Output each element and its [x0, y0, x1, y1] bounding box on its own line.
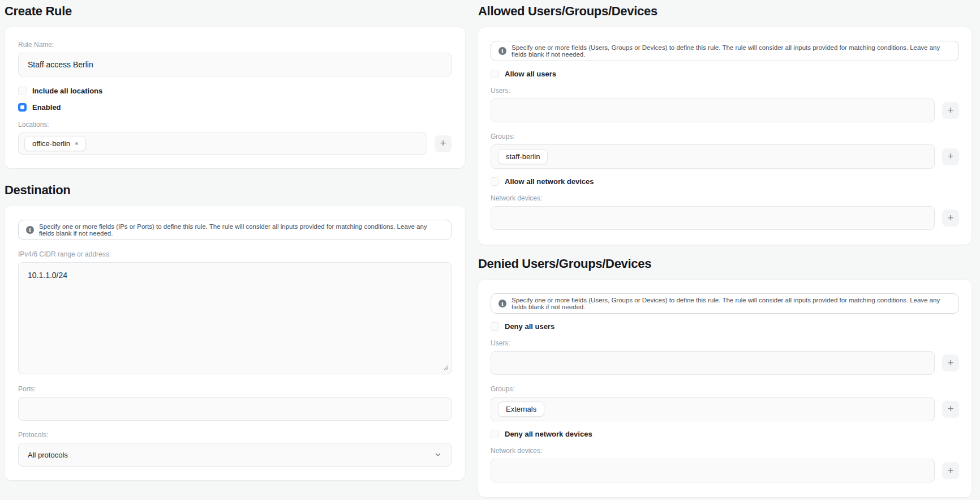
- add-allowed-user-button[interactable]: +: [942, 102, 959, 119]
- denied-title: Denied Users/Groups/Devices: [478, 257, 972, 271]
- rule-name-label: Rule Name:: [18, 41, 452, 49]
- locations-row: office-berlin +: [18, 133, 452, 155]
- allowed-title: Allowed Users/Groups/Devices: [478, 4, 972, 19]
- allowed-info-banner: i Specify one or more fields (Users, Gro…: [491, 41, 959, 61]
- denied-devices-label: Network devices:: [491, 447, 959, 455]
- allowed-groups-label: Groups:: [491, 133, 959, 140]
- add-allowed-device-button[interactable]: +: [942, 210, 959, 227]
- denied-groups-label: Groups:: [491, 385, 959, 393]
- locations-label: Locations:: [18, 121, 452, 129]
- denied-groups-input[interactable]: Externals: [491, 397, 935, 421]
- info-icon: i: [498, 47, 506, 55]
- group-tag[interactable]: Externals: [498, 401, 544, 417]
- allowed-groups-row: staff-berlin +: [491, 144, 959, 169]
- allow-all-devices-row: Allow all network devices: [491, 177, 959, 186]
- allowed-users-input[interactable]: [491, 99, 935, 122]
- plus-icon: +: [947, 403, 953, 414]
- create-rule-card: Rule Name: Include all locations Enabled…: [5, 27, 465, 168]
- denied-users-label: Users:: [491, 339, 959, 347]
- group-tag-label: Externals: [506, 405, 536, 413]
- protocols-select-value: All protocols: [28, 451, 68, 459]
- denied-info-banner: i Specify one or more fields (Users, Gro…: [491, 293, 959, 314]
- plus-icon: +: [947, 465, 953, 476]
- plus-icon: +: [947, 105, 953, 116]
- deny-all-devices-label: Deny all network devices: [505, 430, 592, 438]
- destination-info-text: Specify one or more fields (IPs or Ports…: [39, 223, 444, 237]
- denied-devices-input[interactable]: [491, 459, 935, 482]
- allowed-groups-input[interactable]: staff-berlin: [491, 144, 935, 169]
- deny-all-devices-checkbox[interactable]: [491, 430, 499, 438]
- add-location-button[interactable]: +: [435, 135, 452, 152]
- group-tag-label: staff-berlin: [506, 152, 540, 161]
- allow-all-devices-label: Allow all network devices: [505, 177, 594, 186]
- info-icon: i: [498, 300, 506, 307]
- group-tag[interactable]: staff-berlin: [498, 149, 548, 164]
- checkbox-check-icon: [20, 105, 24, 109]
- allow-all-users-label: Allow all users: [505, 70, 556, 78]
- destination-title: Destination: [5, 183, 465, 198]
- destination-card: i Specify one or more fields (IPs or Por…: [5, 206, 465, 480]
- deny-all-users-label: Deny all users: [505, 322, 555, 331]
- destination-info-banner: i Specify one or more fields (IPs or Por…: [18, 220, 452, 240]
- info-icon: i: [26, 226, 34, 234]
- denied-groups-row: Externals +: [491, 397, 959, 421]
- right-column: Allowed Users/Groups/Devices i Specify o…: [478, 0, 972, 497]
- protocols-label: Protocols:: [18, 431, 452, 439]
- denied-info-text: Specify one or more fields (Users, Group…: [512, 297, 951, 310]
- deny-all-devices-row: Deny all network devices: [491, 430, 959, 438]
- locations-input[interactable]: office-berlin: [18, 133, 427, 155]
- allowed-devices-row: +: [491, 206, 959, 230]
- include-all-locations-row: Include all locations: [18, 87, 452, 95]
- enabled-row: Enabled: [18, 103, 452, 112]
- resize-handle-icon[interactable]: [442, 364, 449, 370]
- plus-icon: +: [947, 212, 953, 223]
- add-denied-device-button[interactable]: +: [942, 462, 959, 479]
- allowed-info-text: Specify one or more fields (Users, Group…: [512, 44, 951, 58]
- cidr-textarea-wrap: 10.1.1.0/24: [18, 262, 452, 374]
- allowed-users-row: +: [491, 99, 959, 122]
- allowed-devices-input[interactable]: [491, 206, 935, 230]
- protocols-select[interactable]: All protocols: [18, 443, 452, 467]
- enabled-label: Enabled: [32, 103, 61, 112]
- add-allowed-group-button[interactable]: +: [942, 148, 959, 165]
- rule-name-input[interactable]: [18, 53, 452, 76]
- allow-all-users-checkbox[interactable]: [491, 70, 499, 78]
- allowed-card: i Specify one or more fields (Users, Gro…: [478, 27, 972, 245]
- denied-card: i Specify one or more fields (Users, Gro…: [478, 280, 972, 497]
- cidr-textarea[interactable]: 10.1.1.0/24: [18, 262, 452, 374]
- deny-all-users-row: Deny all users: [491, 322, 959, 331]
- chevron-down-icon: [434, 451, 442, 459]
- allowed-devices-label: Network devices:: [491, 194, 959, 202]
- cidr-label: IPv4/6 CIDR range or address:: [18, 250, 452, 258]
- include-all-locations-label: Include all locations: [32, 87, 102, 95]
- denied-users-row: +: [491, 351, 959, 375]
- plus-icon: +: [947, 151, 953, 161]
- denied-devices-row: +: [491, 459, 959, 482]
- tag-dot-icon: [75, 142, 78, 145]
- create-rule-title: Create Rule: [5, 4, 465, 19]
- include-all-locations-checkbox[interactable]: [18, 87, 27, 95]
- plus-icon: +: [947, 357, 953, 368]
- denied-users-input[interactable]: [491, 351, 935, 375]
- add-denied-user-button[interactable]: +: [942, 354, 959, 371]
- location-tag-label: office-berlin: [32, 139, 70, 148]
- allow-all-devices-checkbox[interactable]: [491, 177, 499, 186]
- enabled-checkbox[interactable]: [18, 103, 27, 112]
- ports-label: Ports:: [18, 385, 452, 393]
- left-column: Create Rule Rule Name: Include all locat…: [5, 0, 465, 480]
- plus-icon: +: [440, 138, 446, 148]
- allowed-users-label: Users:: [491, 87, 959, 95]
- add-denied-group-button[interactable]: +: [942, 401, 959, 418]
- location-tag[interactable]: office-berlin: [24, 136, 86, 151]
- allow-all-users-row: Allow all users: [491, 70, 959, 78]
- ports-input[interactable]: [18, 397, 452, 421]
- deny-all-users-checkbox[interactable]: [491, 322, 499, 331]
